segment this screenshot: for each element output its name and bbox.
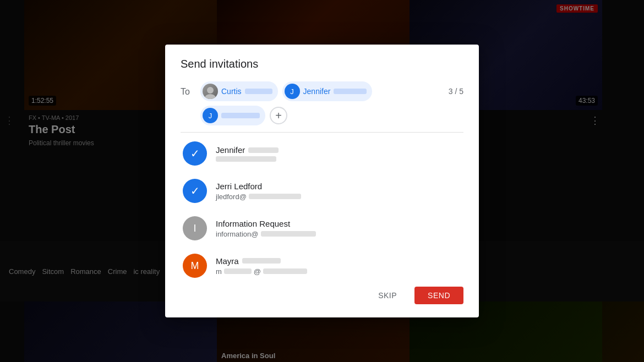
chip-jennifer[interactable]: J Jennifer — [282, 81, 373, 101]
invitation-counter: 3 / 5 — [449, 81, 463, 96]
chip-curtis[interactable]: Curtis — [200, 81, 278, 101]
contact-email-mayra: m@ — [216, 267, 461, 276]
contact-name-information: Information Request — [216, 219, 461, 228]
contact-name-mayra: Mayra — [216, 256, 461, 266]
dialog-title: Send invitations — [181, 58, 463, 70]
contact-email-part1-mayra — [224, 268, 252, 274]
new-chip[interactable]: J — [200, 106, 265, 125]
contact-check-jennifer: ✓ — [183, 141, 207, 166]
contact-name-redact-jennifer — [248, 147, 279, 153]
dialog-footer: SKIP SEND — [181, 278, 463, 304]
contact-item-mayra[interactable]: M Mayra m@ — [181, 247, 463, 278]
to-field-row: To Curtis J Jennifer 3 / 5 — [181, 81, 463, 101]
new-recipient-row: J + — [200, 106, 463, 125]
contact-email-jennifer — [216, 156, 461, 162]
contact-email-information: information@ — [216, 230, 461, 238]
new-chip-avatar: J — [203, 108, 218, 123]
skip-button[interactable]: SKIP — [367, 287, 408, 304]
chip-avatar-curtis — [203, 84, 218, 99]
contact-info-information: Information Request information@ — [216, 219, 461, 238]
contact-item-jerri[interactable]: ✓ Jerri Ledford jledford@ — [181, 172, 463, 210]
contact-email-redact-information — [261, 231, 316, 237]
send-invitations-dialog: Send invitations To Curtis J Jennifer — [165, 45, 479, 317]
svg-point-1 — [205, 94, 216, 99]
contact-info-mayra: Mayra m@ — [216, 256, 461, 276]
chip-redacted-jennifer — [334, 89, 367, 94]
contact-info-jerri: Jerri Ledford jledford@ — [216, 182, 461, 201]
contact-name-jerri: Jerri Ledford — [216, 182, 461, 191]
check-icon-jerri: ✓ — [190, 184, 200, 198]
contact-name-redact-mayra — [242, 258, 281, 264]
contact-email-jerri: jledford@ — [216, 193, 461, 201]
contact-email-redact-jennifer — [216, 156, 276, 162]
check-icon-jennifer: ✓ — [190, 147, 200, 160]
contact-check-jerri: ✓ — [183, 179, 207, 203]
add-recipient-button[interactable]: + — [270, 107, 287, 124]
contact-email-redact-jerri — [249, 194, 301, 199]
chip-name-curtis: Curtis — [221, 87, 242, 96]
to-label: To — [181, 81, 194, 97]
divider — [181, 132, 463, 133]
chip-redacted-curtis — [245, 89, 272, 94]
svg-point-0 — [207, 87, 214, 94]
chip-name-jennifer: Jennifer — [303, 87, 331, 96]
chips-area: Curtis J Jennifer — [200, 81, 442, 101]
contact-email-part2-mayra — [263, 268, 307, 274]
send-button[interactable]: SEND — [414, 287, 463, 304]
contact-list: ✓ Jennifer ✓ Jerri Ledford — [181, 135, 463, 278]
contact-avatar-information: I — [183, 216, 207, 240]
new-chip-input — [221, 113, 260, 118]
chip-avatar-jennifer: J — [285, 84, 300, 99]
contact-item-information[interactable]: I Information Request information@ — [181, 210, 463, 247]
contact-name-jennifer: Jennifer — [216, 145, 461, 155]
contact-avatar-mayra: M — [183, 254, 207, 278]
contact-info-jennifer: Jennifer — [216, 145, 461, 162]
contact-item-jennifer[interactable]: ✓ Jennifer — [181, 135, 463, 172]
